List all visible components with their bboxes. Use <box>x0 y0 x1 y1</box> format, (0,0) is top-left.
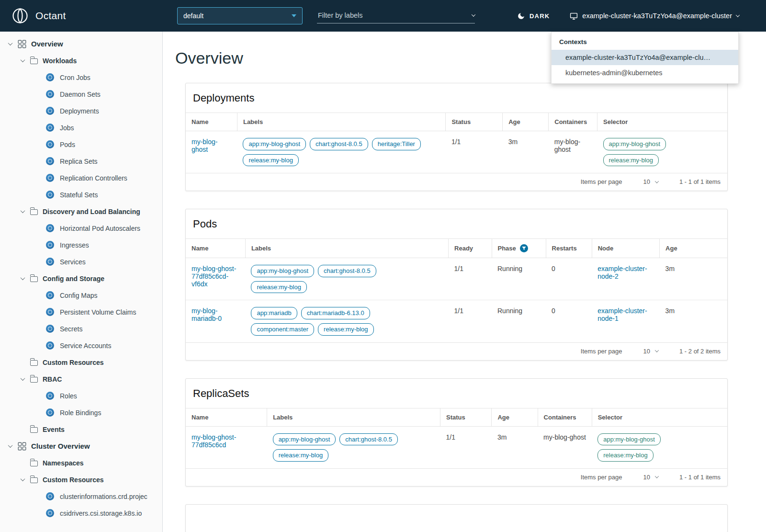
items-per-page-label: Items per page <box>581 474 622 481</box>
sidebar-item-replication-controllers[interactable]: Replication Controllers <box>0 170 162 186</box>
column-header: Selector <box>592 408 727 426</box>
containers-cell: my-blog-ghost <box>538 426 592 468</box>
column-header: Name <box>186 239 245 258</box>
horizontal-pod-autoscalers-icon <box>46 224 54 232</box>
sidebar-item-namespaces[interactable]: Namespaces <box>0 454 162 471</box>
label-pill: chart:mariadb-6.13.0 <box>301 307 370 319</box>
sidebar-item-config-and-storage[interactable]: Config and Storage <box>0 270 162 287</box>
selector-pill: app:my-blog-ghost <box>603 138 666 150</box>
replica-sets-icon <box>46 157 54 165</box>
column-header: Status <box>446 113 503 131</box>
sidebar-item-replica-sets[interactable]: Replica Sets <box>0 153 162 170</box>
body-row: Overview Workloads Cron Jobs Daemon Sets… <box>0 32 766 532</box>
ready-cell: 1/1 <box>449 258 492 300</box>
column-header: Phase <box>492 239 546 258</box>
pods-table: Name Labels Ready Phase <box>186 238 727 342</box>
sidebar-item-clusterinformations[interactable]: clusterinformations.crd.projec <box>0 488 162 505</box>
sidebar-item-discovery-and-load-balancing[interactable]: Discovery and Load Balancing <box>0 203 162 220</box>
page-size-select[interactable]: 10 <box>643 474 658 481</box>
sidebar-item-events[interactable]: Events <box>0 421 162 438</box>
labels-group: app:mariadb chart:mariadb-6.13.0 compone… <box>251 307 378 335</box>
sidebar-item-stateful-sets[interactable]: Stateful Sets <box>0 186 162 203</box>
column-header: Status <box>440 408 492 426</box>
chevron-down-icon[interactable] <box>7 42 13 45</box>
label-pill: app:mariadb <box>251 307 297 319</box>
sidebar-item-cron-jobs[interactable]: Cron Jobs <box>0 69 162 86</box>
context-menu-item[interactable]: example-cluster-ka3TuTzYo4a@example-clu… <box>552 50 738 65</box>
context-menu: Contexts example-cluster-ka3TuTzYo4a@exa… <box>551 32 739 84</box>
daemon-sets-icon <box>46 90 54 98</box>
sidebar-item-services[interactable]: Services <box>0 253 162 270</box>
sidebar-item-deployments[interactable]: Deployments <box>0 102 162 119</box>
namespace-select[interactable]: default <box>177 7 303 24</box>
column-header-label: Phase <box>498 245 516 252</box>
column-header: Ready <box>449 239 492 258</box>
card-title: Deployments <box>186 83 727 113</box>
sidebar-item-pods[interactable]: Pods <box>0 136 162 153</box>
card-title: Pods <box>186 209 727 238</box>
deployment-name-link[interactable]: my-blog-ghost <box>192 138 217 153</box>
page-size-select[interactable]: 10 <box>643 348 658 355</box>
page-size-value: 10 <box>643 178 650 185</box>
sidebar-item-cluster-overview[interactable]: Cluster Overview <box>0 438 162 454</box>
chevron-down-icon[interactable] <box>7 444 13 448</box>
sidebar-item-cluster-custom-resources[interactable]: Custom Resources <box>0 471 162 488</box>
chevron-down-icon[interactable] <box>19 277 26 280</box>
label-pill: release:my-blog <box>243 154 299 167</box>
node-link[interactable]: example-cluster-node-1 <box>597 307 647 322</box>
node-link[interactable]: example-cluster-node-2 <box>597 265 647 280</box>
sidebar-item-overview[interactable]: Overview <box>0 35 162 52</box>
cluster-overview-icon <box>18 442 26 451</box>
sidebar-item-config-maps[interactable]: Config Maps <box>0 287 162 304</box>
pods-card: Pods Name Labels Ready <box>185 209 728 360</box>
sidebar-item-horizontal-pod-autoscalers[interactable]: Horizontal Pod Autoscalers <box>0 220 162 237</box>
label-pill: chart:ghost-8.0.5 <box>318 265 376 277</box>
custom-resource-icon <box>46 492 54 500</box>
label-filter-input[interactable] <box>317 9 472 22</box>
cron-jobs-icon <box>46 73 54 81</box>
card-title: ReplicaSets <box>186 379 727 408</box>
table-row: my-blog-mariadb-0 app:mariadb chart:mari… <box>186 300 727 342</box>
selectors-group: app:my-blog-ghost release:my-blog <box>597 433 721 462</box>
sidebar-item-service-accounts[interactable]: Service Accounts <box>0 337 162 354</box>
folder-icon <box>30 477 38 483</box>
stateful-sets-icon <box>46 191 54 199</box>
theme-toggle-button[interactable]: DARK <box>517 12 550 20</box>
cards-container: Deployments Name Labels Status Age <box>185 83 728 532</box>
chevron-down-icon[interactable] <box>19 210 26 213</box>
column-header: Labels <box>245 239 448 258</box>
page-size-select[interactable]: 10 <box>643 178 658 185</box>
pod-name-link[interactable]: my-blog-mariadb-0 <box>192 307 222 322</box>
sidebar-item-workloads[interactable]: Workloads <box>0 52 162 69</box>
sidebar-item-custom-resources[interactable]: Custom Resources <box>0 354 162 371</box>
chevron-down-icon[interactable] <box>19 377 26 381</box>
sidebar-item-roles[interactable]: Roles <box>0 387 162 404</box>
replicasets-table: Name Labels Status Age Containers Select… <box>186 408 727 468</box>
roles-icon <box>46 392 54 400</box>
sidebar-item-persistent-volume-claims[interactable]: Persistent Volume Claims <box>0 304 162 320</box>
sidebar-item-ingresses[interactable]: Ingresses <box>0 237 162 253</box>
chevron-down-icon[interactable] <box>19 478 26 481</box>
custom-resource-icon <box>46 509 54 517</box>
sidebar-item-daemon-sets[interactable]: Daemon Sets <box>0 86 162 102</box>
card-partial <box>185 504 728 532</box>
label-pill: app:my-blog-ghost <box>251 265 314 277</box>
sidebar-item-secrets[interactable]: Secrets <box>0 320 162 337</box>
chevron-down-icon[interactable] <box>19 59 26 62</box>
filter-icon[interactable] <box>520 244 528 252</box>
replicaset-name-link[interactable]: my-blog-ghost-77df85c6cd <box>192 433 236 449</box>
sidebar-item-csidrivers[interactable]: csidrivers.csi.storage.k8s.io <box>0 505 162 521</box>
column-header: Containers <box>549 113 597 131</box>
chevron-down-icon[interactable] <box>472 12 475 16</box>
sidebar-item-rbac[interactable]: RBAC <box>0 371 162 387</box>
sidebar-item-role-bindings[interactable]: Role Bindings <box>0 404 162 421</box>
pagination-range: 1 - 1 of 1 items <box>679 474 721 481</box>
labels-group: app:my-blog-ghost chart:ghost-8.0.5 heri… <box>243 138 439 166</box>
context-switcher[interactable]: example-cluster-ka3TuTzYo4a@example-clus… <box>570 12 739 20</box>
column-header: Labels <box>267 408 440 426</box>
sidebar-item-jobs[interactable]: Jobs <box>0 119 162 136</box>
context-menu-item[interactable]: kubernetes-admin@kubernetes <box>552 65 738 80</box>
role-bindings-icon <box>46 408 54 417</box>
pod-name-link[interactable]: my-blog-ghost-77df85c6cd-vf6dx <box>192 265 236 288</box>
folder-icon <box>30 461 38 466</box>
